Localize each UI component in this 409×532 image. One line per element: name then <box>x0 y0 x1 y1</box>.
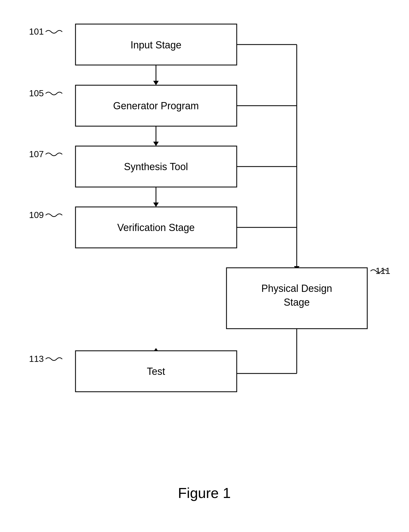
arrowhead-107-109 <box>153 203 159 207</box>
arrowhead-101-105 <box>153 81 159 85</box>
label-physical-design-2: Stage <box>284 297 310 308</box>
label-physical-design-1: Physical Design <box>261 283 332 294</box>
squiggle-101 <box>46 30 62 33</box>
ref-109: 109 <box>29 210 44 220</box>
squiggle-105 <box>46 92 62 95</box>
squiggle-107 <box>46 153 62 156</box>
ref-101: 101 <box>29 27 44 37</box>
label-synthesis-tool: Synthesis Tool <box>124 161 188 172</box>
label-verification-stage: Verification Stage <box>117 222 195 233</box>
ref-113: 113 <box>29 354 44 364</box>
ref-107: 107 <box>29 149 44 159</box>
squiggle-113 <box>46 358 62 360</box>
diagram-container: Input Stage 101 Generator Program 105 Sy… <box>0 0 409 532</box>
label-test: Test <box>147 366 165 377</box>
squiggle-109 <box>46 214 62 217</box>
arrowhead-105-107 <box>153 142 159 146</box>
ref-105: 105 <box>29 88 44 98</box>
ref-111: 111 <box>376 266 390 276</box>
label-input-stage: Input Stage <box>131 39 181 51</box>
figure-caption: Figure 1 <box>178 485 231 501</box>
label-generator-program: Generator Program <box>113 100 199 111</box>
